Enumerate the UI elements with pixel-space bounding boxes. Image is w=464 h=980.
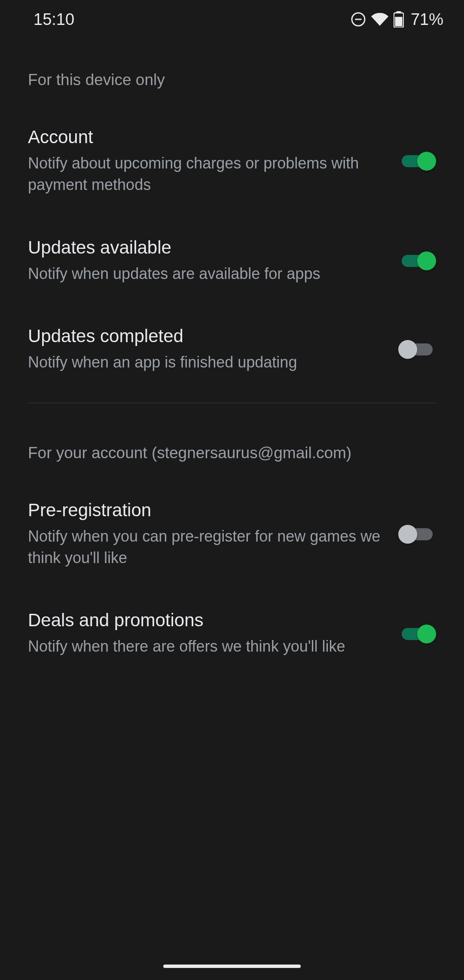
- toggle-account[interactable]: [398, 151, 436, 172]
- status-bar: 15:10 71%: [0, 0, 464, 39]
- setting-title: Deals and promotions: [28, 610, 385, 631]
- setting-description: Notify when there are offers we think yo…: [28, 636, 385, 657]
- section-header-account: For your account (stegnersaurus@gmail.co…: [28, 412, 436, 479]
- toggle-deals-promotions[interactable]: [398, 624, 436, 644]
- svg-rect-4: [395, 17, 402, 26]
- setting-description: Notify when you can pre-register for new…: [28, 526, 385, 569]
- setting-title: Updates available: [28, 237, 385, 258]
- setting-text: Pre-registration Notify when you can pre…: [28, 500, 385, 569]
- toggle-updates-available[interactable]: [398, 251, 436, 271]
- section-divider: [28, 403, 436, 403]
- setting-description: Notify when an app is finished updating: [28, 352, 385, 373]
- battery-icon: [394, 11, 404, 28]
- section-header-device: For this device only: [28, 39, 436, 106]
- setting-account[interactable]: Account Notify about upcoming charges or…: [28, 106, 436, 217]
- toggle-pre-registration[interactable]: [398, 524, 436, 545]
- status-icons: 71%: [351, 10, 443, 29]
- setting-title: Updates completed: [28, 326, 385, 346]
- setting-text: Updates completed Notify when an app is …: [28, 326, 385, 373]
- setting-updates-completed[interactable]: Updates completed Notify when an app is …: [28, 305, 436, 394]
- setting-text: Account Notify about upcoming charges or…: [28, 127, 385, 196]
- setting-title: Pre-registration: [28, 500, 385, 521]
- status-time: 15:10: [34, 10, 74, 29]
- setting-title: Account: [28, 127, 385, 147]
- toggle-updates-completed[interactable]: [398, 339, 436, 360]
- setting-text: Deals and promotions Notify when there a…: [28, 610, 385, 657]
- wifi-icon: [371, 11, 388, 28]
- battery-percentage: 71%: [411, 10, 443, 29]
- setting-deals-promotions[interactable]: Deals and promotions Notify when there a…: [28, 589, 436, 678]
- setting-description: Notify about upcoming charges or problem…: [28, 153, 385, 196]
- setting-updates-available[interactable]: Updates available Notify when updates ar…: [28, 217, 436, 305]
- setting-text: Updates available Notify when updates ar…: [28, 237, 385, 285]
- dnd-icon: [351, 12, 366, 27]
- setting-description: Notify when updates are available for ap…: [28, 263, 385, 285]
- navigation-bar-indicator[interactable]: [163, 965, 301, 968]
- settings-content: For this device only Account Notify abou…: [0, 39, 464, 678]
- setting-pre-registration[interactable]: Pre-registration Notify when you can pre…: [28, 479, 436, 590]
